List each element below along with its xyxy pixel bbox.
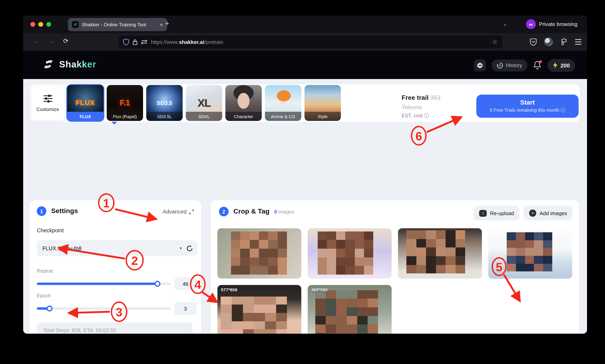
crop-actions: ↑ Re-upload + Add images [474, 206, 573, 220]
checkpoint-value: FLUX.1_dev-fp8 [42, 245, 82, 251]
model-tile-anime-cg[interactable]: Anime & CG [265, 85, 301, 121]
model-select-card: Customize FLUX FLUX F.1 Flux (Rapid) SD3… [29, 84, 580, 122]
start-label: Start [520, 99, 535, 106]
tab-list-chevron-icon[interactable]: ⌄ [503, 22, 507, 26]
expand-icon [189, 209, 194, 214]
epoch-label: Epoch [37, 293, 51, 299]
tab-favicon-icon [72, 21, 79, 28]
upload-icon: ↑ [479, 210, 487, 217]
history-clock-icon [497, 62, 503, 68]
crop-tag-header: 2 Crop & Tag 6images [219, 207, 294, 216]
total-steps-info: Total Steps: 828, ETA: 00:02:55 [37, 323, 192, 334]
tab-close-icon[interactable]: × [160, 22, 163, 27]
minimize-window-button[interactable] [38, 22, 43, 27]
crop-tag-title: Crop & Tag [233, 208, 270, 216]
menu-hamburger-icon[interactable] [575, 39, 581, 45]
image-count: 6 [274, 209, 277, 215]
toolbar-right-icons [530, 33, 581, 51]
refresh-icon [186, 245, 193, 252]
old-token-cost: 351 [430, 94, 441, 101]
desktop: Shakker - Online Training Tool × + ⌄ ∞ P… [0, 0, 605, 364]
lightning-icon [552, 62, 558, 69]
permissions-icon[interactable] [141, 39, 148, 44]
url-text[interactable]: https://www.shakker.ai/pretrain [151, 39, 223, 45]
back-icon[interactable]: ← [33, 38, 39, 44]
settings-card: 1 Settings Advanced Checkpoint FLUX.1_de… [29, 200, 201, 334]
free-trial-title: Free trail [402, 94, 428, 101]
settings-title: Settings [51, 207, 78, 215]
pocket-icon[interactable] [530, 38, 537, 46]
shakker-logo[interactable]: Shakker [41, 58, 96, 71]
epoch-slider[interactable] [37, 307, 171, 310]
image-thumbnail[interactable] [217, 228, 301, 279]
reupload-label: Re-upload [490, 210, 514, 216]
image-thumbnail[interactable] [308, 228, 392, 279]
info-icon[interactable]: ⓘ [561, 108, 565, 113]
image-thumbnail[interactable] [398, 228, 482, 279]
bookmark-star-icon[interactable]: ☆ [492, 38, 497, 46]
reload-icon[interactable]: ⟳ [63, 38, 69, 44]
private-browsing-label: Private browsing [539, 21, 578, 27]
notifications-bell-icon[interactable] [533, 61, 542, 70]
add-images-button[interactable]: + Add images [524, 206, 573, 220]
epoch-value[interactable]: 3 [174, 302, 197, 315]
brand-name: Shakker [59, 59, 96, 70]
private-mask-icon: ∞ [526, 19, 536, 29]
forward-icon[interactable]: → [48, 38, 54, 44]
private-browsing-indicator: ∞ Private browsing [526, 19, 578, 29]
model-tile-sdxl[interactable]: XL SDXL [186, 85, 222, 121]
image-thumbnail[interactable]: 469*580 [308, 285, 392, 334]
model-tile-sd35l[interactable]: SD3.5 SD3.5L [146, 85, 183, 121]
maximize-window-button[interactable] [46, 22, 51, 27]
repeat-value[interactable]: 46 [174, 277, 197, 290]
close-window-button[interactable] [30, 22, 35, 27]
hexagon-app-icon[interactable] [474, 59, 486, 71]
lock-icon[interactable] [133, 39, 138, 45]
refresh-checkpoints-button[interactable] [181, 240, 197, 256]
url-bar[interactable]: https://www.shakker.ai/pretrain ☆ [118, 36, 502, 48]
tile-label: Style [304, 112, 341, 121]
history-label: History [506, 62, 522, 68]
repeat-slider[interactable] [37, 283, 171, 285]
settings-header: 1 Settings [37, 206, 78, 216]
start-button[interactable]: Start 5 Free Trials remaining this month… [476, 95, 579, 118]
image-count-suffix: images [278, 209, 294, 215]
reupload-button[interactable]: ↑ Re-upload [474, 206, 520, 220]
window-controls[interactable] [30, 22, 51, 27]
advanced-label: Advanced [163, 209, 187, 215]
new-tab-button[interactable]: + [165, 20, 169, 27]
model-tile-flux-rapid[interactable]: F.1 Flux (Rapid) [107, 85, 143, 121]
step-badge-2: 2 [219, 207, 229, 216]
tracking-shield-icon[interactable] [123, 39, 129, 45]
extensions-icon[interactable] [561, 38, 567, 46]
token-count: 200 [561, 62, 570, 68]
start-subtext: 5 Free Trials remaining this month ⓘ [490, 107, 565, 113]
browser-toolbar: ← → ⟳ https://www.shakker.ai/pretrain [23, 33, 587, 51]
advanced-toggle[interactable]: Advanced [163, 209, 194, 215]
repeat-slider-handle[interactable] [155, 281, 161, 287]
image-thumbnail[interactable] [488, 228, 572, 279]
thumb-size-label: 577*806 [221, 287, 237, 292]
model-customize-button[interactable]: Customize [31, 86, 64, 120]
browser-tab[interactable]: Shakker - Online Training Tool × [68, 18, 167, 31]
page-content: Customize FLUX FLUX F.1 Flux (Rapid) SD3… [23, 79, 587, 334]
image-thumbnail[interactable]: 577*806 [217, 285, 301, 334]
model-tile-flux[interactable]: FLUX FLUX [67, 85, 104, 121]
customize-label: Customize [36, 106, 59, 112]
repeat-label: Repeat [37, 268, 53, 274]
token-balance[interactable]: 200 [547, 59, 575, 72]
model-tile-style[interactable]: Style [304, 85, 341, 121]
model-tiles: FLUX FLUX F.1 Flux (Rapid) SD3.5 SD3.5L … [67, 85, 341, 121]
epoch-slider-handle[interactable] [47, 306, 53, 312]
repeat-slider-fill [37, 283, 158, 285]
profile-avatar[interactable] [544, 38, 553, 46]
notification-dot [539, 60, 542, 63]
info-icon[interactable]: ⓘ [424, 113, 429, 118]
model-tile-character[interactable]: Character [225, 85, 262, 121]
history-button[interactable]: History [492, 59, 527, 71]
tile-label: Anime & CG [265, 112, 301, 121]
thumb-size-label: 469*580 [311, 287, 328, 292]
checkpoint-select[interactable]: FLUX.1_dev-fp8 ▼ [37, 240, 189, 256]
free-trial-info: Free trail 351 Tokens [402, 93, 441, 112]
shakker-mark-icon [41, 58, 55, 71]
